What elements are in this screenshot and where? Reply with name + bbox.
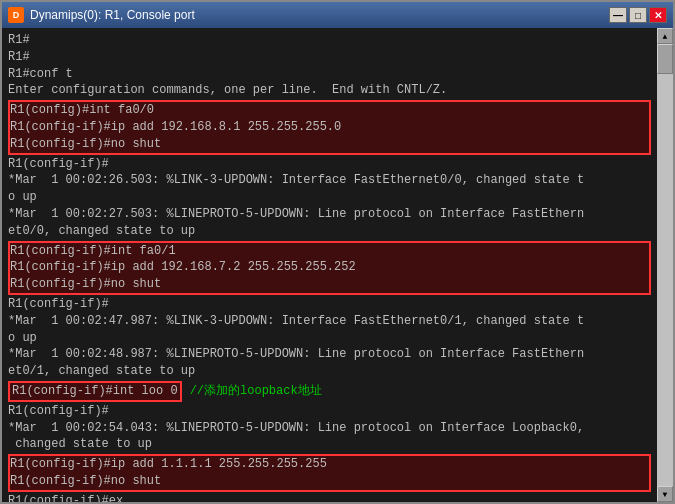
title-bar-controls: — □ ✕ — [609, 7, 667, 23]
line-1: R1# — [8, 32, 651, 49]
title-bar-left: D Dynamips(0): R1, Console port — [8, 7, 195, 23]
scroll-up-button[interactable]: ▲ — [657, 28, 673, 44]
line-20: changed state to up — [8, 436, 651, 453]
line-19: *Mar 1 00:02:54.043: %LINEPROTO-5-UPDOWN… — [8, 420, 651, 437]
window-title: Dynamips(0): R1, Console port — [30, 8, 195, 22]
line-10b: et0/0, changed state to up — [8, 223, 651, 240]
line-9: *Mar 1 00:02:26.503: %LINK-3-UPDOWN: Int… — [8, 172, 651, 189]
scrollbar-thumb[interactable] — [657, 44, 673, 74]
line-23: R1(config-if)#ex — [8, 493, 651, 502]
line-16: *Mar 1 00:02:48.987: %LINEPROTO-5-UPDOWN… — [8, 346, 651, 363]
line-16b: et0/1, changed state to up — [8, 363, 651, 380]
line-13: R1(config-if)#no shut — [10, 276, 649, 293]
line-6: R1(config-if)#ip add 192.168.8.1 255.255… — [10, 119, 649, 136]
line-18: R1(config-if)# — [8, 403, 651, 420]
highlight-block-loopip: R1(config-if)#ip add 1.1.1.1 255.255.255… — [8, 454, 651, 492]
terminal-content: R1# R1# R1#conf t Enter configuration co… — [8, 32, 651, 502]
app-icon: D — [8, 7, 24, 23]
highlight-block-fa01: R1(config-if)#int fa0/1 R1(config-if)#ip… — [8, 241, 651, 295]
line-4: Enter configuration commands, one per li… — [8, 82, 651, 99]
title-bar: D Dynamips(0): R1, Console port — □ ✕ — [2, 2, 673, 28]
line-15b: o up — [8, 330, 651, 347]
terminal-window: D Dynamips(0): R1, Console port — □ ✕ R1… — [0, 0, 675, 504]
scrollbar-track[interactable] — [657, 44, 673, 486]
terminal-wrapper: R1# R1# R1#conf t Enter configuration co… — [2, 28, 673, 502]
maximize-button[interactable]: □ — [629, 7, 647, 23]
highlight-block-fa00: R1(config)#int fa0/0 R1(config-if)#ip ad… — [8, 100, 651, 154]
loopback-comment: //添加的loopback地址 — [190, 383, 322, 400]
minimize-button[interactable]: — — [609, 7, 627, 23]
loopback-line-row: R1(config-if)#int loo 0 //添加的loopback地址 — [8, 381, 651, 402]
line-21: R1(config-if)#ip add 1.1.1.1 255.255.255… — [10, 456, 649, 473]
line-22: R1(config-if)#no shut — [10, 473, 649, 490]
highlight-block-loo: R1(config-if)#int loo 0 — [8, 381, 182, 402]
scroll-down-button[interactable]: ▼ — [657, 486, 673, 502]
line-3: R1#conf t — [8, 66, 651, 83]
line-15: *Mar 1 00:02:47.987: %LINK-3-UPDOWN: Int… — [8, 313, 651, 330]
line-12: R1(config-if)#ip add 192.168.7.2 255.255… — [10, 259, 649, 276]
scrollbar[interactable]: ▲ ▼ — [657, 28, 673, 502]
line-10: *Mar 1 00:02:27.503: %LINEPROTO-5-UPDOWN… — [8, 206, 651, 223]
line-9b: o up — [8, 189, 651, 206]
line-14: R1(config-if)# — [8, 296, 651, 313]
close-button[interactable]: ✕ — [649, 7, 667, 23]
line-8: R1(config-if)# — [8, 156, 651, 173]
line-5: R1(config)#int fa0/0 — [10, 102, 649, 119]
line-17: R1(config-if)#int loo 0 — [12, 383, 178, 400]
line-2: R1# — [8, 49, 651, 66]
terminal-display[interactable]: R1# R1# R1#conf t Enter configuration co… — [2, 28, 657, 502]
line-11: R1(config-if)#int fa0/1 — [10, 243, 649, 260]
line-7: R1(config-if)#no shut — [10, 136, 649, 153]
